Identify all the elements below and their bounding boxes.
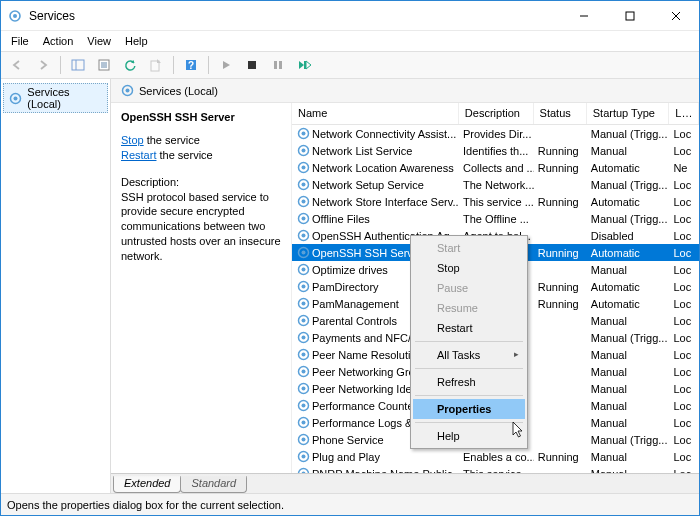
gear-icon: [296, 416, 310, 430]
service-startup: Manual: [587, 263, 670, 277]
status-bar: Opens the properties dialog box for the …: [1, 493, 699, 515]
service-logon: Loc: [669, 127, 699, 141]
restart-link[interactable]: Restart: [121, 149, 156, 161]
service-desc: Enables a co...: [459, 450, 534, 464]
svg-point-28: [301, 166, 305, 170]
service-status: [534, 354, 587, 356]
properties-button[interactable]: [92, 54, 116, 76]
service-desc: The Network...: [459, 178, 534, 192]
service-startup: Automatic: [587, 161, 670, 175]
forward-button[interactable]: [31, 54, 55, 76]
detail-pane: OpenSSH SSH Server Stop the service Rest…: [111, 103, 291, 473]
menu-action[interactable]: Action: [37, 33, 80, 49]
services-icon: [8, 90, 23, 106]
service-name: PamManagement: [312, 298, 399, 310]
service-logon: Loc: [669, 450, 699, 464]
minimize-button[interactable]: [561, 1, 607, 30]
col-name[interactable]: Name: [292, 103, 459, 124]
service-logon: Loc: [669, 144, 699, 158]
gear-icon: [296, 348, 310, 362]
service-row[interactable]: PNRP Machine Name Public...This service …: [292, 465, 699, 473]
svg-point-34: [301, 217, 305, 221]
col-description[interactable]: Description: [459, 103, 534, 124]
menu-view[interactable]: View: [81, 33, 117, 49]
ctx-all-tasks[interactable]: All Tasks: [413, 345, 525, 365]
svg-point-42: [301, 285, 305, 289]
ctx-restart[interactable]: Restart: [413, 318, 525, 338]
service-startup: Automatic: [587, 297, 670, 311]
ctx-separator: [415, 368, 523, 369]
service-row[interactable]: Network Store Interface Serv...This serv…: [292, 193, 699, 210]
service-row[interactable]: Offline FilesThe Offline ...Manual (Trig…: [292, 210, 699, 227]
service-startup: Manual: [587, 314, 670, 328]
toolbar-separator: [208, 56, 209, 74]
gear-icon: [296, 246, 310, 260]
app-window: Services File Action View Help ?: [0, 0, 700, 516]
maximize-button[interactable]: [607, 1, 653, 30]
ctx-properties[interactable]: Properties: [413, 399, 525, 419]
col-startup[interactable]: Startup Type: [587, 103, 670, 124]
service-startup: Automatic: [587, 246, 670, 260]
service-logon: Loc: [669, 433, 699, 447]
back-button[interactable]: [5, 54, 29, 76]
pause-service-button[interactable]: [266, 54, 290, 76]
col-logon[interactable]: Loc: [669, 103, 699, 124]
service-name: Optimize drives: [312, 264, 388, 276]
svg-point-46: [301, 319, 305, 323]
tree-root-item[interactable]: Services (Local): [3, 83, 108, 113]
svg-point-22: [125, 89, 129, 93]
service-status: [534, 269, 587, 271]
start-service-button[interactable]: [214, 54, 238, 76]
service-startup: Manual: [587, 365, 670, 379]
service-row[interactable]: Network Connectivity Assist...Provides D…: [292, 125, 699, 142]
svg-rect-16: [274, 61, 277, 69]
service-status: Running: [534, 195, 587, 209]
refresh-button[interactable]: [118, 54, 142, 76]
service-logon: Loc: [669, 399, 699, 413]
stop-service-button[interactable]: [240, 54, 264, 76]
gear-icon: [296, 229, 310, 243]
svg-point-60: [301, 438, 305, 442]
ctx-help[interactable]: Help: [413, 426, 525, 446]
service-row[interactable]: Network Location AwarenessCollects and .…: [292, 159, 699, 176]
tree-root-label: Services (Local): [27, 86, 103, 110]
col-status[interactable]: Status: [534, 103, 587, 124]
services-grid-wrap: Name Description Status Startup Type Loc…: [291, 103, 699, 473]
ctx-separator: [415, 422, 523, 423]
help-button[interactable]: ?: [179, 54, 203, 76]
tab-standard[interactable]: Standard: [180, 476, 247, 493]
service-row[interactable]: Network Setup ServiceThe Network...Manua…: [292, 176, 699, 193]
ctx-refresh[interactable]: Refresh: [413, 372, 525, 392]
tab-extended[interactable]: Extended: [113, 476, 181, 493]
service-logon: Loc: [669, 314, 699, 328]
service-name: PamDirectory: [312, 281, 379, 293]
show-hide-tree-button[interactable]: [66, 54, 90, 76]
export-button[interactable]: [144, 54, 168, 76]
gear-icon: [296, 433, 310, 447]
service-desc: Provides Dir...: [459, 127, 534, 141]
restart-suffix: the service: [156, 149, 212, 161]
service-row[interactable]: Plug and PlayEnables a co...RunningManua…: [292, 448, 699, 465]
service-logon: Loc: [669, 263, 699, 277]
svg-point-24: [301, 132, 305, 136]
stop-suffix: the service: [144, 134, 200, 146]
ctx-pause: Pause: [413, 278, 525, 298]
service-desc: Collects and ...: [459, 161, 534, 175]
restart-service-button[interactable]: [292, 54, 316, 76]
service-name: Network Connectivity Assist...: [312, 128, 456, 140]
menu-file[interactable]: File: [5, 33, 35, 49]
service-name: Peer Networking Gro: [312, 366, 415, 378]
menu-help[interactable]: Help: [119, 33, 154, 49]
service-logon: Loc: [669, 416, 699, 430]
service-status: Running: [534, 297, 587, 311]
ctx-stop[interactable]: Stop: [413, 258, 525, 278]
service-row[interactable]: Network List ServiceIdentifies th...Runn…: [292, 142, 699, 159]
service-startup: Manual: [587, 348, 670, 362]
service-status: [534, 133, 587, 135]
close-button[interactable]: [653, 1, 699, 30]
svg-point-40: [301, 268, 305, 272]
stop-link[interactable]: Stop: [121, 134, 144, 146]
service-startup: Manual: [587, 144, 670, 158]
scope-tree[interactable]: Services (Local): [1, 79, 111, 493]
service-startup: Manual (Trigg...: [587, 212, 670, 226]
